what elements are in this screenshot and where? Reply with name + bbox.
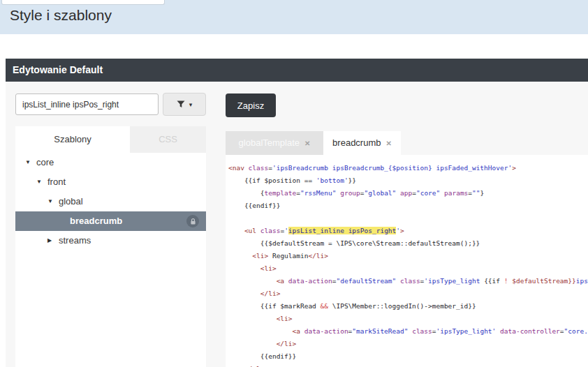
code-line: <li> Regulamin</li>: [228, 250, 588, 262]
code-line: <a data-action="defaultStream" class='ip…: [228, 275, 588, 287]
code-line: {{if $position == 'bottom'}}: [228, 174, 588, 187]
close-tab-icon[interactable]: ✕: [385, 140, 391, 147]
code-line: <ul class='ipsList_inline ipsPos_right'>: [228, 225, 588, 237]
code-line: <li>: [228, 313, 588, 325]
page-title: Style i szablony: [10, 7, 112, 24]
tree-item-label: global: [59, 192, 83, 211]
code-line: {{$defaultStream = \IPS\core\Stream::def…: [228, 237, 588, 250]
chevron-down-icon: ▾: [189, 101, 193, 108]
code-line: {{endif}}: [228, 350, 588, 363]
menu-remnant-box: [1, 0, 165, 5]
code-line: </ul>: [228, 363, 588, 367]
editor-tab-globaltemplate[interactable]: globalTemplate✕: [226, 131, 323, 155]
editor-tab-label: breadcrumb: [332, 137, 381, 148]
tree-expanded-icon[interactable]: ▼: [47, 192, 53, 211]
filter-button[interactable]: ▾: [163, 93, 206, 116]
tab-css[interactable]: CSS: [130, 126, 206, 153]
code-line: </li>: [228, 287, 588, 300]
tree-item-global[interactable]: ▼global: [15, 192, 206, 211]
tree-expanded-icon[interactable]: ▼: [36, 172, 42, 192]
template-tree: ▼core▼front▼globalbreadcrumb▶streams: [15, 153, 206, 367]
code-line: [228, 212, 588, 225]
code-line: {template="rssMenu" group="global" app="…: [228, 187, 588, 200]
search-input[interactable]: [15, 93, 159, 115]
code-line: {{if $markRead && \IPS\Member::loggedIn(…: [228, 300, 588, 313]
code-line: <a data-action="markSiteRead" class='ips…: [228, 325, 588, 338]
tree-item-streams[interactable]: ▶streams: [15, 231, 206, 250]
tree-item-label: breadcrumb: [70, 211, 122, 231]
editor-tab-breadcrumb[interactable]: breadcrumb✕: [323, 131, 401, 155]
code-line: <nav class='ipsBreadcrumb ipsBreadcrumb_…: [228, 162, 588, 174]
page-header-band: Style i szablony: [0, 0, 588, 34]
tree-item-core[interactable]: ▼core: [15, 153, 206, 172]
code-line: </li>: [228, 338, 588, 350]
tree-item-front[interactable]: ▼front: [15, 172, 206, 192]
funnel-icon: [177, 100, 185, 108]
tab-szablony[interactable]: Szablony: [15, 126, 130, 153]
tab-szablony-label: Szablony: [54, 134, 91, 144]
panel-header: Edytowanie Default: [6, 59, 588, 82]
tab-css-label: CSS: [159, 134, 177, 144]
code-editor-content[interactable]: <nav class='ipsBreadcrumb ipsBreadcrumb_…: [226, 155, 588, 367]
tree-collapsed-icon[interactable]: ▶: [47, 231, 52, 250]
lock-icon: [186, 215, 199, 227]
tree-item-label: front: [47, 172, 66, 192]
tree-item-label: streams: [59, 231, 91, 250]
code-line: {{endif}}: [228, 200, 588, 212]
tree-item-breadcrumb[interactable]: breadcrumb: [15, 211, 206, 231]
code-line: <li>: [228, 262, 588, 275]
close-tab-icon[interactable]: ✕: [304, 140, 310, 147]
tree-expanded-icon[interactable]: ▼: [25, 153, 31, 172]
tree-item-label: core: [36, 153, 54, 172]
save-button[interactable]: Zapisz: [226, 93, 276, 117]
editor-tab-label: globalTemplate: [239, 137, 300, 148]
